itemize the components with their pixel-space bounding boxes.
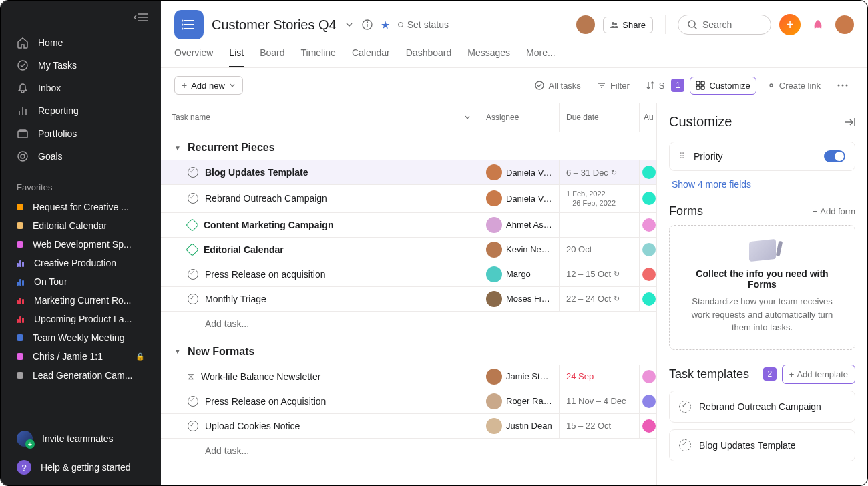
add-task-input[interactable]: Add task... (161, 312, 656, 336)
complete-task-icon[interactable] (188, 193, 198, 204)
assignee-cell[interactable]: Daniela Var... (479, 185, 560, 212)
favorite-item[interactable]: Upcoming Product La... (1, 310, 161, 328)
section-header[interactable]: ▼New Formats (161, 336, 656, 364)
task-row[interactable]: Rebrand Outreach CampaignDaniela Var...1… (161, 185, 656, 213)
share-button[interactable]: Share (603, 17, 653, 33)
sidebar-item-portfolios[interactable]: Portfolios (1, 122, 161, 145)
favorite-item[interactable]: Request for Creative ... (1, 198, 161, 216)
template-item[interactable]: Blog Updates Template (669, 429, 855, 461)
author-cell[interactable] (640, 414, 656, 438)
tab-calendar[interactable]: Calendar (352, 47, 390, 67)
assignee-cell[interactable]: Margo (479, 262, 560, 286)
help-button[interactable]: ? Help & getting started (1, 453, 161, 485)
task-row[interactable]: Upload Cookies NoticeJustin Dean15 – 22 … (161, 414, 656, 439)
filter-button[interactable]: Filter (592, 77, 635, 94)
due-date-cell[interactable]: 6 – 31 Dec ↻ (560, 160, 640, 184)
add-task-input[interactable]: Add task... (161, 439, 656, 463)
favorite-item[interactable]: Team Weekly Meeting (1, 328, 161, 347)
column-due-date[interactable]: Due date (560, 103, 640, 132)
task-row[interactable]: Press Release on acquisitionMargo12 – 15… (161, 262, 656, 287)
add-template-button[interactable]: + Add template (782, 364, 855, 384)
assignee-cell[interactable]: Justin Dean (479, 414, 560, 438)
sidebar-item-reporting[interactable]: Reporting (1, 99, 161, 122)
toolbar-more-button[interactable] (831, 81, 854, 90)
complete-task-icon[interactable] (188, 167, 198, 178)
show-more-fields[interactable]: Show 4 more fields (672, 179, 855, 190)
template-item[interactable]: Rebrand Outreach Campaign (669, 391, 855, 423)
member-avatar[interactable] (576, 15, 595, 34)
star-icon[interactable]: ★ (381, 19, 390, 31)
favorite-item[interactable]: Chris / Jamie 1:1🔒 (1, 347, 161, 366)
invite-teammates-button[interactable]: Invite teammates (1, 421, 161, 453)
milestone-icon[interactable] (186, 218, 199, 232)
sidebar-item-my-tasks[interactable]: My Tasks (1, 54, 161, 77)
complete-task-icon[interactable] (188, 421, 198, 431)
project-dropdown[interactable] (345, 20, 354, 29)
assignee-cell[interactable]: Daniela Var... (479, 160, 560, 184)
column-assignee[interactable]: Assignee (479, 103, 560, 132)
due-date-cell[interactable]: 15 – 22 Oct (560, 414, 640, 438)
complete-task-icon[interactable] (188, 396, 198, 407)
field-toggle[interactable] (824, 150, 845, 162)
project-icon[interactable] (174, 10, 204, 39)
add-new-button[interactable]: + Add new (174, 76, 243, 95)
author-cell[interactable] (640, 185, 656, 212)
author-cell[interactable] (640, 262, 656, 286)
favorite-item[interactable]: Marketing Current Ro... (1, 291, 161, 310)
author-cell[interactable] (640, 389, 656, 413)
milestone-icon[interactable] (186, 243, 199, 256)
due-date-cell[interactable]: 11 Nov – 4 Dec (560, 389, 640, 413)
tab-list[interactable]: List (229, 47, 244, 67)
task-row[interactable]: ⧖Work-life Balance NewsletterJamie Stap.… (161, 364, 656, 389)
project-details-icon[interactable] (362, 19, 373, 30)
task-row[interactable]: Blog Updates TemplateDaniela Var...6 – 3… (161, 160, 656, 185)
tab-timeline[interactable]: Timeline (301, 47, 336, 67)
sort-button[interactable]: S (640, 77, 666, 94)
assignee-cell[interactable]: Moses Fidel (479, 287, 560, 311)
sidebar-item-home[interactable]: Home (1, 31, 161, 54)
sidebar-item-inbox[interactable]: Inbox (1, 77, 161, 99)
task-row[interactable]: Content Marketing CampaignAhmet Aslan (161, 213, 656, 238)
tab-messages[interactable]: Messages (467, 47, 510, 67)
due-date-cell[interactable]: 22 – 24 Oct ↻ (560, 287, 640, 311)
due-date-cell[interactable]: 12 – 15 Oct ↻ (560, 262, 640, 286)
due-date-cell[interactable] (560, 213, 640, 237)
author-cell[interactable] (640, 238, 656, 262)
due-date-cell[interactable]: 20 Oct (560, 238, 640, 262)
create-link-button[interactable]: Create link (762, 77, 826, 94)
upgrade-icon[interactable] (809, 15, 827, 34)
pending-icon[interactable]: ⧖ (188, 371, 194, 382)
sidebar-collapse-button[interactable] (1, 6, 161, 29)
favorite-item[interactable]: On Tour (1, 272, 161, 291)
favorite-item[interactable]: Editorial Calendar (1, 216, 161, 235)
due-date-cell[interactable]: 1 Feb, 2022– 26 Feb, 2022 (560, 185, 640, 212)
tab-board[interactable]: Board (260, 47, 284, 67)
assignee-cell[interactable]: Ahmet Aslan (479, 213, 560, 237)
set-status-button[interactable]: Set status (398, 19, 449, 30)
global-add-button[interactable]: + (779, 14, 801, 35)
grip-icon[interactable]: ⠿ (679, 152, 686, 161)
tab-overview[interactable]: Overview (174, 47, 213, 67)
assignee-cell[interactable]: Roger Ray... (479, 389, 560, 413)
tab-dashboard[interactable]: Dashboard (406, 47, 452, 67)
author-cell[interactable] (640, 160, 656, 184)
chevron-down-icon[interactable] (464, 114, 471, 121)
column-author[interactable]: Au (640, 103, 656, 132)
favorite-item[interactable]: Creative Production (1, 254, 161, 272)
field-priority[interactable]: ⠿ Priority (669, 142, 855, 171)
due-date-cell[interactable]: 24 Sep (560, 364, 640, 389)
task-row[interactable]: Monthly TriageMoses Fidel22 – 24 Oct ↻ (161, 287, 656, 312)
author-cell[interactable] (640, 364, 656, 389)
favorite-item[interactable]: Web Development Sp... (1, 235, 161, 254)
assignee-cell[interactable]: Kevin New... (479, 238, 560, 262)
add-form-button[interactable]: + Add form (813, 206, 855, 216)
customize-button[interactable]: Customize (690, 77, 756, 95)
search-input[interactable]: Search (678, 15, 771, 35)
author-cell[interactable] (640, 213, 656, 237)
assignee-cell[interactable]: Jamie Stap... (479, 364, 560, 389)
complete-task-icon[interactable] (188, 269, 198, 280)
favorite-item[interactable]: Lead Generation Cam... (1, 366, 161, 385)
column-task-name[interactable]: Task name (172, 113, 210, 122)
panel-collapse-button[interactable] (843, 117, 855, 127)
complete-task-icon[interactable] (188, 294, 198, 304)
